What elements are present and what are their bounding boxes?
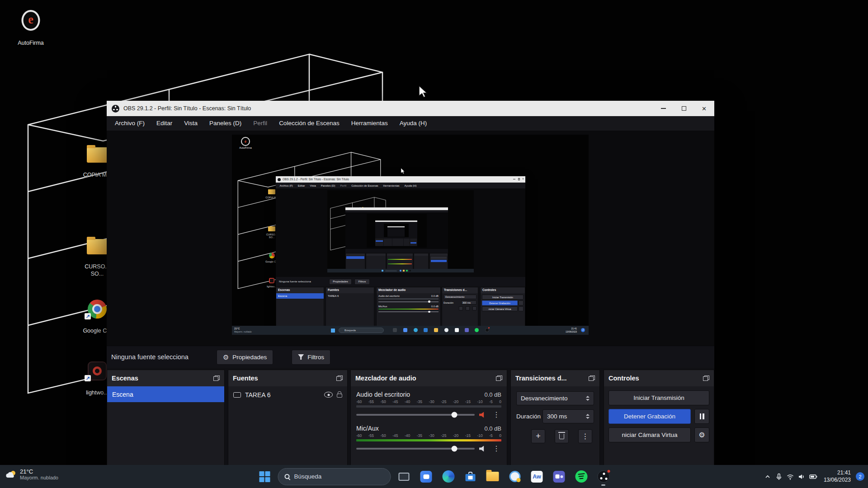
popout-icon[interactable] bbox=[336, 375, 343, 381]
minimize-button[interactable] bbox=[653, 101, 674, 116]
start-button[interactable] bbox=[256, 468, 274, 486]
popout-icon[interactable] bbox=[496, 375, 502, 381]
taskbar-app-round[interactable] bbox=[506, 468, 524, 486]
search-box[interactable]: Búsqueda bbox=[278, 468, 391, 485]
taskbar-weather-widget[interactable]: 21°C Mayorm. nublado bbox=[5, 468, 58, 480]
lock-icon[interactable] bbox=[337, 394, 342, 398]
program-preview[interactable]: e AutoFirma COPIA M... CURSO... SO... Go… bbox=[232, 135, 589, 335]
tick-label: -60 bbox=[356, 433, 362, 438]
tick-label: -40 bbox=[405, 399, 410, 404]
taskbar-app-chat[interactable] bbox=[417, 468, 435, 486]
sources-title: Fuentes bbox=[233, 375, 258, 382]
spinner-arrows-icon[interactable] bbox=[586, 414, 590, 419]
tick-label: -15 bbox=[465, 433, 471, 438]
meter-tick-scale: -60-55-50-45-40-35-30-25-20-15-10-50 bbox=[356, 399, 501, 404]
tick-label: 0 bbox=[499, 433, 501, 438]
slider-handle[interactable] bbox=[452, 412, 458, 418]
notification-count-badge[interactable]: 2 bbox=[856, 472, 864, 481]
close-button[interactable]: × bbox=[694, 101, 714, 116]
volume-slider[interactable] bbox=[356, 414, 475, 416]
taskbar-app-edge[interactable] bbox=[439, 468, 458, 486]
folder-icon bbox=[87, 239, 108, 254]
taskbar-app-window[interactable] bbox=[395, 468, 413, 486]
micro-preview bbox=[367, 214, 427, 248]
start-streaming-button[interactable]: Iniciar Transmisión bbox=[609, 390, 709, 405]
meter-tick-scale: -60-55-50-45-40-35-30-25-20-15-10-50 bbox=[356, 433, 501, 438]
maximize-button[interactable] bbox=[674, 101, 694, 116]
taskbar-clock[interactable]: 21:41 13/06/2023 bbox=[824, 469, 851, 483]
taskbar: 21°C Mayorm. nublado Búsqueda bbox=[0, 465, 868, 488]
slider-handle[interactable] bbox=[452, 446, 458, 452]
mini-taskbar: 21°C Mayorm. nublado Búsqueda 21:41 13/0… bbox=[232, 326, 589, 335]
popout-icon[interactable] bbox=[213, 375, 220, 381]
tick-label: -10 bbox=[477, 399, 483, 404]
taskbar-app-obs[interactable] bbox=[594, 468, 613, 486]
menu-editar[interactable]: Editar bbox=[151, 116, 178, 131]
tick-label: -30 bbox=[429, 399, 434, 404]
menu-ayuda[interactable]: Ayuda (H) bbox=[394, 116, 433, 131]
virtual-camera-settings-button[interactable]: ⚙ bbox=[694, 427, 709, 442]
scenes-dock-header[interactable]: Escenas bbox=[107, 370, 224, 386]
mixer-dock-header[interactable]: Mezclador de audio bbox=[351, 370, 507, 386]
battery-icon[interactable] bbox=[809, 473, 818, 481]
popout-icon[interactable] bbox=[703, 375, 709, 381]
channel-menu-dots-icon[interactable]: ⋮ bbox=[491, 445, 501, 452]
weather-temp: 21°C bbox=[20, 468, 58, 475]
taskbar-app-spotify[interactable] bbox=[572, 468, 590, 486]
microphone-icon[interactable] bbox=[775, 473, 783, 481]
speaker-icon[interactable] bbox=[479, 446, 487, 452]
duration-spinbox[interactable]: 300 ms bbox=[542, 409, 594, 423]
mini-menubar: Archivo (F) Editar Vista Paneles (D) Per… bbox=[276, 183, 525, 188]
scene-list-item-selected[interactable]: Escena bbox=[107, 386, 224, 402]
desktop-icon-autofirma[interactable]: e AutoFirma bbox=[9, 4, 52, 54]
add-transition-button[interactable]: + bbox=[531, 429, 545, 443]
source-list-item[interactable]: TAREA 6 bbox=[228, 386, 347, 403]
taskbar-center: Búsqueda Aw bbox=[256, 465, 613, 488]
wifi-icon[interactable] bbox=[786, 473, 794, 481]
menu-coleccion[interactable]: Colección de Escenas bbox=[273, 116, 345, 131]
mini-preview bbox=[327, 190, 474, 272]
volume-slider[interactable] bbox=[356, 448, 475, 450]
tray-chevron-up-icon[interactable] bbox=[764, 473, 772, 481]
tick-label: -15 bbox=[465, 399, 471, 404]
tick-label: -5 bbox=[489, 433, 493, 438]
stop-recording-button[interactable]: Detener Grabación bbox=[609, 409, 691, 424]
teams-icon bbox=[553, 471, 565, 483]
start-virtual-camera-button[interactable]: niciar Cámara Virtua bbox=[609, 427, 691, 442]
remove-transition-button[interactable] bbox=[555, 429, 569, 443]
tick-label: -20 bbox=[453, 399, 458, 404]
controls-title: Controles bbox=[609, 375, 639, 382]
taskbar-app-word[interactable]: Aw bbox=[528, 468, 546, 486]
transition-selected: Desvanecimiento bbox=[521, 395, 568, 402]
mixer-title: Mezclador de audio bbox=[355, 375, 416, 382]
taskbar-app-teams[interactable] bbox=[550, 468, 568, 486]
menu-perfil[interactable]: Perfil bbox=[247, 116, 273, 131]
spinner-arrows-icon[interactable] bbox=[586, 396, 590, 401]
transitions-dock-header[interactable]: Transiciones d... bbox=[511, 370, 599, 386]
obs-titlebar[interactable]: OBS 29.1.2 - Perfil: Sin Título - Escena… bbox=[107, 101, 714, 116]
duration-value: 300 ms bbox=[547, 413, 567, 420]
transition-menu-button[interactable]: ⋮ bbox=[578, 429, 592, 443]
windows-logo-icon bbox=[259, 471, 270, 482]
tick-label: -40 bbox=[405, 433, 410, 438]
edge-icon bbox=[442, 470, 454, 483]
menu-vista[interactable]: Vista bbox=[178, 116, 203, 131]
menu-herramientas[interactable]: Herramientas bbox=[345, 116, 394, 131]
volume-icon[interactable] bbox=[797, 473, 806, 481]
filters-button[interactable]: Filtros bbox=[292, 350, 330, 365]
taskbar-app-explorer[interactable] bbox=[484, 468, 502, 486]
tick-label: -50 bbox=[381, 433, 386, 438]
taskbar-app-store[interactable] bbox=[462, 468, 480, 486]
channel-menu-dots-icon[interactable]: ⋮ bbox=[491, 411, 501, 418]
sources-dock-header[interactable]: Fuentes bbox=[228, 370, 347, 386]
visibility-eye-icon[interactable] bbox=[324, 392, 333, 398]
speaker-muted-icon[interactable] bbox=[479, 412, 487, 418]
pause-recording-button[interactable] bbox=[694, 409, 709, 424]
menu-archivo[interactable]: Archivo (F) bbox=[109, 116, 151, 131]
transition-select[interactable]: Desvanecimiento bbox=[516, 391, 594, 405]
store-icon bbox=[466, 472, 476, 481]
popout-icon[interactable] bbox=[589, 375, 595, 381]
controls-dock-header[interactable]: Controles bbox=[604, 370, 714, 386]
menu-paneles[interactable]: Paneles (D) bbox=[203, 116, 247, 131]
properties-button[interactable]: ⚙ Propiedades bbox=[217, 350, 273, 365]
